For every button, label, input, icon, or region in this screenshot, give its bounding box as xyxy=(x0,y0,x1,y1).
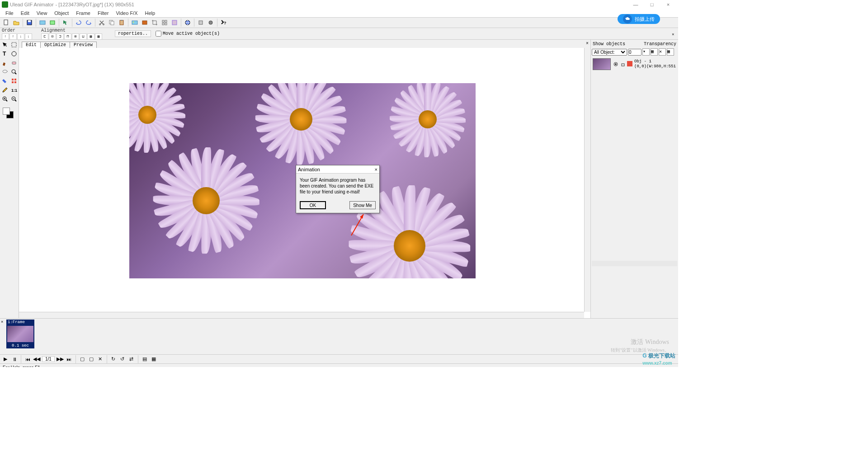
frame-props-button[interactable]: ▤ xyxy=(141,356,148,363)
pencil-tool[interactable] xyxy=(1,86,9,94)
arrow-tool-icon[interactable] xyxy=(61,18,70,27)
visibility-icon[interactable] xyxy=(613,61,619,67)
crop-button[interactable] xyxy=(150,18,159,27)
duplicate-frame-button[interactable]: ▢ xyxy=(88,356,95,363)
menu-videofx[interactable]: Video F/X xyxy=(112,10,141,16)
panel-btn-1[interactable]: ▦ xyxy=(651,48,658,56)
prev-frame-button[interactable]: ◀◀ xyxy=(33,356,40,363)
lasso-tool[interactable] xyxy=(1,68,9,76)
loop-button[interactable]: ↻ xyxy=(110,356,117,363)
order-down[interactable]: ↓ xyxy=(17,33,24,40)
delete-frame-button[interactable]: ✕ xyxy=(97,356,104,363)
help-button[interactable]: ? xyxy=(219,18,228,27)
panel-btn-3[interactable]: ▦ xyxy=(667,48,674,56)
menu-view[interactable]: View xyxy=(33,10,51,16)
tab-edit[interactable]: Edit xyxy=(22,42,41,48)
menu-object[interactable]: Object xyxy=(51,10,72,16)
background-color[interactable] xyxy=(3,108,10,115)
tween-button[interactable]: ⇄ xyxy=(128,356,135,363)
magnify-tool[interactable] xyxy=(10,68,18,76)
dialog-titlebar[interactable]: Animation × xyxy=(296,165,379,174)
menu-frame[interactable]: Frame xyxy=(72,10,94,16)
dialog-showme-button[interactable]: Show Me xyxy=(349,201,376,209)
redo-button[interactable] xyxy=(84,18,93,27)
text-tool[interactable]: T xyxy=(1,50,9,58)
dialog-ok-button[interactable]: OK xyxy=(300,201,326,209)
pointer-tool[interactable] xyxy=(1,41,9,49)
timeline-close-button[interactable]: × xyxy=(1,320,3,324)
properties-button[interactable]: roperties.. xyxy=(115,30,151,37)
add-frame-button[interactable]: ▢ xyxy=(79,356,86,363)
align-center-v[interactable]: ⊞ xyxy=(72,33,79,40)
align-grid2[interactable]: ▦ xyxy=(95,33,102,40)
panel-h-scrollbar[interactable] xyxy=(592,261,677,266)
browser-button[interactable] xyxy=(183,18,192,27)
horizontal-scrollbar[interactable] xyxy=(19,312,584,318)
transparency-spinner[interactable]: ▾ xyxy=(642,48,650,56)
save-button[interactable] xyxy=(25,18,34,27)
menu-file[interactable]: File xyxy=(2,10,17,16)
align-bottom[interactable]: ⊔ xyxy=(80,33,87,40)
tab-preview[interactable]: Preview xyxy=(70,42,97,48)
zoom-in-tool[interactable] xyxy=(1,95,9,103)
add-video-button[interactable] xyxy=(140,18,149,27)
marquee-tool[interactable] xyxy=(10,41,18,49)
first-frame-button[interactable]: ⏮ xyxy=(24,356,31,363)
upload-button[interactable]: 拍摄上传 xyxy=(618,14,660,24)
cut-button[interactable] xyxy=(97,18,106,27)
align-top[interactable]: ⊓ xyxy=(64,33,71,40)
menu-edit[interactable]: Edit xyxy=(17,10,33,16)
actual-size-tool[interactable]: 1:1 xyxy=(10,86,18,94)
open-button[interactable] xyxy=(12,18,21,27)
objects-dropdown[interactable]: All Object: xyxy=(592,49,627,56)
reverse-button[interactable]: ↺ xyxy=(119,356,126,363)
dialog-close-button[interactable]: × xyxy=(375,167,377,172)
order-back[interactable]: ↓ xyxy=(25,33,32,40)
global-props-button[interactable]: ▦ xyxy=(150,356,157,363)
frame-thumbnail-1[interactable]: 1:Frame 0.1 sec xyxy=(6,320,34,348)
optimize-button[interactable] xyxy=(170,18,179,27)
add-image-button[interactable] xyxy=(130,18,139,27)
bucket-tool[interactable] xyxy=(1,77,9,85)
transparency-input[interactable] xyxy=(628,49,642,56)
align-center-h[interactable]: ⊟ xyxy=(49,33,56,40)
menu-help[interactable]: Help xyxy=(142,10,159,16)
color-swatch[interactable] xyxy=(3,108,18,118)
undo-button[interactable] xyxy=(74,18,83,27)
eraser-tool[interactable] xyxy=(10,59,18,67)
preview-button[interactable] xyxy=(48,18,57,27)
export-button[interactable] xyxy=(196,18,205,27)
pause-button[interactable]: ⏸ xyxy=(11,356,18,363)
last-frame-button[interactable]: ⏭ xyxy=(66,356,73,363)
svg-rect-23 xyxy=(12,42,16,47)
paste-button[interactable] xyxy=(117,18,126,27)
align-left[interactable]: ⊏ xyxy=(41,33,48,40)
settings-button[interactable] xyxy=(206,18,215,27)
move-active-checkbox[interactable]: Move active object(s) xyxy=(156,31,220,37)
panel-btn-2[interactable]: ✕ xyxy=(659,48,666,56)
maximize-button[interactable]: □ xyxy=(644,0,660,9)
canvas-close-button[interactable]: × xyxy=(584,40,590,46)
play-button[interactable]: ▶ xyxy=(2,356,9,363)
object-row[interactable]: Obj - 1 (0,0)(W:980,H:551 xyxy=(592,57,677,71)
order-up[interactable]: ↑ xyxy=(9,33,17,40)
panel-close-button[interactable]: × xyxy=(672,33,677,38)
wizard-button[interactable] xyxy=(38,18,47,27)
copy-button[interactable] xyxy=(107,18,116,27)
align-right[interactable]: ⊐ xyxy=(57,33,64,40)
minimize-button[interactable]: — xyxy=(627,0,644,9)
close-button[interactable]: × xyxy=(660,0,676,9)
grid-button[interactable] xyxy=(160,18,169,27)
crop-tool[interactable] xyxy=(10,77,18,85)
shape-tool[interactable] xyxy=(10,50,18,58)
zoom-out-tool[interactable] xyxy=(10,95,18,103)
tab-optimize[interactable]: Optimize xyxy=(40,42,70,48)
new-button[interactable] xyxy=(2,18,11,27)
brush-tool[interactable] xyxy=(1,59,9,67)
align-grid1[interactable]: ▦ xyxy=(87,33,94,40)
lock-icon[interactable] xyxy=(620,61,626,67)
vertical-scrollbar[interactable] xyxy=(584,48,590,312)
order-front[interactable]: ↑ xyxy=(2,33,9,40)
next-frame-button[interactable]: ▶▶ xyxy=(57,356,64,363)
menu-filter[interactable]: Filter xyxy=(94,10,112,16)
